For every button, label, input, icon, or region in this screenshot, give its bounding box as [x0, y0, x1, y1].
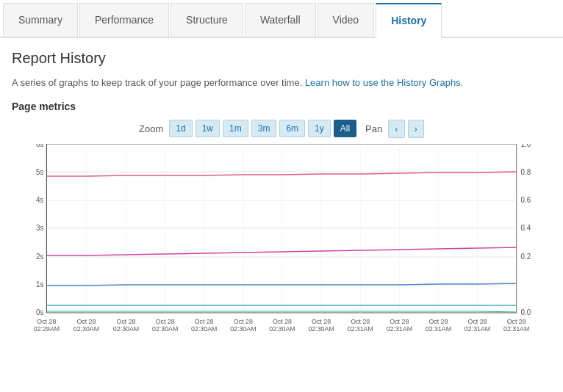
svg-text:02:30AM: 02:30AM — [230, 324, 256, 332]
page-title: Report History — [12, 50, 551, 67]
zoom-1m-button[interactable]: 1m — [223, 120, 248, 137]
svg-text:02:30AM: 02:30AM — [73, 324, 99, 332]
svg-text:02:30AM: 02:30AM — [152, 324, 178, 332]
zoom-pan-controls: Zoom 1d 1w 1m 3m 6m 1y All Pan ‹ › — [12, 120, 551, 138]
svg-text:02:31AM: 02:31AM — [348, 324, 373, 332]
zoom-6m-button[interactable]: 6m — [279, 120, 305, 137]
svg-text:0.6: 0.6 — [521, 195, 531, 203]
svg-text:Oct 28: Oct 28 — [312, 317, 331, 324]
chart-area: 6s 5s 4s 3s 2s 1s 0s 1.0 0.8 0.6 0.4 0.2… — [18, 144, 545, 335]
svg-text:02:30AM: 02:30AM — [191, 324, 217, 332]
svg-text:Oct 28: Oct 28 — [117, 317, 136, 324]
pan-right-button[interactable]: › — [408, 120, 424, 138]
svg-text:Oct 28: Oct 28 — [76, 317, 96, 324]
svg-text:1.0: 1.0 — [521, 144, 531, 148]
svg-text:Oct 28: Oct 28 — [37, 317, 56, 324]
svg-text:02:31AM: 02:31AM — [503, 324, 529, 332]
zoom-1y-button[interactable]: 1y — [308, 120, 331, 137]
svg-text:02:30AM: 02:30AM — [269, 324, 295, 332]
zoom-all-button[interactable]: All — [334, 120, 356, 137]
svg-text:4s: 4s — [36, 195, 43, 203]
tab-waterfall[interactable]: Waterfall — [245, 3, 316, 37]
svg-text:5s: 5s — [36, 167, 43, 175]
tab-summary[interactable]: Summary — [3, 3, 78, 37]
svg-text:02:30AM: 02:30AM — [113, 324, 139, 332]
svg-text:3s: 3s — [36, 223, 43, 231]
svg-text:Oct 28: Oct 28 — [507, 317, 526, 324]
zoom-1d-button[interactable]: 1d — [169, 120, 192, 137]
zoom-3m-button[interactable]: 3m — [251, 120, 277, 137]
svg-text:Oct 28: Oct 28 — [234, 317, 253, 324]
zoom-label: Zoom — [139, 123, 163, 134]
tabs-bar: Summary Performance Structure Waterfall … — [0, 0, 563, 38]
svg-text:Oct 28: Oct 28 — [195, 317, 214, 324]
pan-label: Pan — [365, 123, 382, 134]
svg-text:02:30AM: 02:30AM — [308, 324, 334, 332]
svg-text:Oct 28: Oct 28 — [428, 317, 448, 324]
zoom-1w-button[interactable]: 1w — [196, 120, 220, 137]
svg-text:0.8: 0.8 — [521, 167, 531, 175]
svg-text:02:29AM: 02:29AM — [34, 324, 60, 332]
svg-text:1s: 1s — [36, 280, 43, 288]
svg-text:02:31AM: 02:31AM — [387, 324, 412, 332]
pan-left-button[interactable]: ‹ — [388, 120, 404, 138]
svg-text:Oct 28: Oct 28 — [273, 317, 292, 324]
page-description: A series of graphs to keep track of your… — [12, 76, 551, 90]
tab-video[interactable]: Video — [318, 3, 375, 37]
tab-performance[interactable]: Performance — [79, 3, 169, 37]
chart-wrapper: 6s 5s 4s 3s 2s 1s 0s 1.0 0.8 0.6 0.4 0.2… — [12, 144, 551, 335]
svg-text:Oct 28: Oct 28 — [156, 317, 175, 324]
svg-text:0s: 0s — [36, 308, 43, 316]
svg-text:Oct 28: Oct 28 — [351, 317, 370, 324]
chart-svg: 6s 5s 4s 3s 2s 1s 0s 1.0 0.8 0.6 0.4 0.2… — [18, 144, 545, 335]
svg-text:0.0: 0.0 — [521, 308, 531, 316]
svg-text:Oct 28: Oct 28 — [468, 317, 487, 324]
tab-history[interactable]: History — [376, 3, 442, 38]
svg-text:0.2: 0.2 — [521, 252, 531, 260]
svg-text:6s: 6s — [36, 144, 43, 148]
svg-text:0.4: 0.4 — [521, 223, 531, 231]
tab-structure[interactable]: Structure — [171, 3, 243, 37]
svg-text:02:31AM: 02:31AM — [465, 324, 490, 332]
svg-text:02:31AM: 02:31AM — [426, 324, 451, 332]
svg-text:2s: 2s — [36, 252, 43, 260]
history-graphs-link[interactable]: Learn how to use the History Graphs. — [305, 77, 463, 88]
svg-text:Oct 28: Oct 28 — [390, 317, 409, 324]
section-title: Page metrics — [12, 101, 551, 112]
